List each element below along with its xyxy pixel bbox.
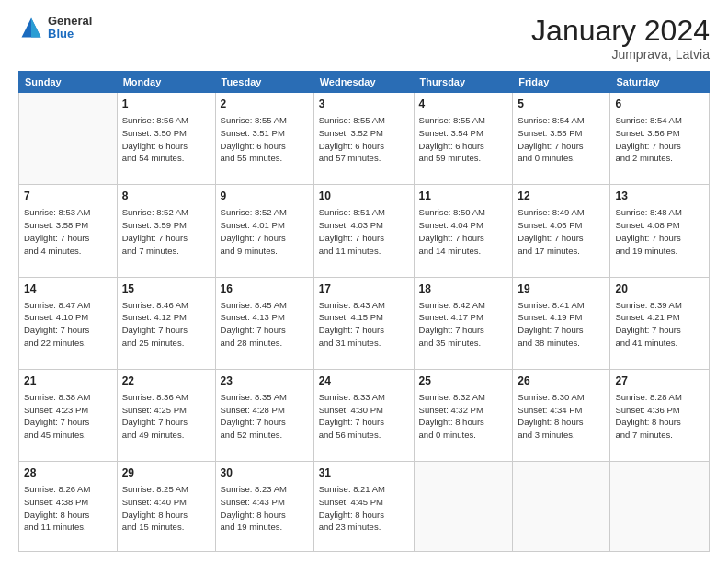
calendar-cell: 30Sunrise: 8:23 AMSunset: 4:43 PMDayligh… <box>215 462 313 552</box>
day-number: 23 <box>221 373 309 389</box>
day-info: Sunrise: 8:55 AMSunset: 3:51 PMDaylight:… <box>221 114 309 165</box>
day-info: Sunrise: 8:41 AMSunset: 4:19 PMDaylight:… <box>518 299 605 350</box>
calendar-cell: 4Sunrise: 8:55 AMSunset: 3:54 PMDaylight… <box>414 93 513 185</box>
day-info: Sunrise: 8:25 AMSunset: 4:40 PMDaylight:… <box>122 483 210 534</box>
day-number: 2 <box>221 97 309 112</box>
weekday-header-monday: Monday <box>117 72 215 93</box>
calendar-cell: 9Sunrise: 8:52 AMSunset: 4:01 PMDaylight… <box>215 185 313 277</box>
calendar-cell: 27Sunrise: 8:28 AMSunset: 4:36 PMDayligh… <box>610 369 710 461</box>
day-number: 24 <box>319 373 409 389</box>
calendar-cell: 11Sunrise: 8:50 AMSunset: 4:04 PMDayligh… <box>414 185 513 277</box>
day-info: Sunrise: 8:42 AMSunset: 4:17 PMDaylight:… <box>419 299 508 350</box>
calendar-cell: 28Sunrise: 8:26 AMSunset: 4:38 PMDayligh… <box>19 462 118 552</box>
calendar-cell: 24Sunrise: 8:33 AMSunset: 4:30 PMDayligh… <box>313 369 414 461</box>
calendar-cell: 23Sunrise: 8:35 AMSunset: 4:28 PMDayligh… <box>215 369 313 461</box>
calendar-cell: 8Sunrise: 8:52 AMSunset: 3:59 PMDaylight… <box>117 185 215 277</box>
weekday-header-friday: Friday <box>513 72 610 93</box>
day-info: Sunrise: 8:55 AMSunset: 3:54 PMDaylight:… <box>419 114 508 165</box>
calendar-cell: 22Sunrise: 8:36 AMSunset: 4:25 PMDayligh… <box>117 369 215 461</box>
day-info: Sunrise: 8:28 AMSunset: 4:36 PMDaylight:… <box>615 391 704 442</box>
calendar-cell: 1Sunrise: 8:56 AMSunset: 3:50 PMDaylight… <box>117 93 215 185</box>
day-info: Sunrise: 8:52 AMSunset: 4:01 PMDaylight:… <box>221 206 309 257</box>
day-info: Sunrise: 8:23 AMSunset: 4:43 PMDaylight:… <box>221 483 309 534</box>
day-number: 30 <box>221 465 309 481</box>
day-number: 16 <box>221 282 309 297</box>
day-number: 3 <box>319 97 409 112</box>
day-info: Sunrise: 8:33 AMSunset: 4:30 PMDaylight:… <box>319 391 409 442</box>
day-info: Sunrise: 8:54 AMSunset: 3:55 PMDaylight:… <box>518 114 605 165</box>
day-info: Sunrise: 8:49 AMSunset: 4:06 PMDaylight:… <box>518 206 605 257</box>
day-info: Sunrise: 8:46 AMSunset: 4:12 PMDaylight:… <box>122 299 210 350</box>
day-number: 8 <box>122 189 210 204</box>
day-number: 31 <box>319 465 409 481</box>
day-number: 22 <box>122 373 210 389</box>
calendar-cell: 29Sunrise: 8:25 AMSunset: 4:40 PMDayligh… <box>117 462 215 552</box>
day-info: Sunrise: 8:35 AMSunset: 4:28 PMDaylight:… <box>221 391 309 442</box>
logo-general-text: General <box>48 15 92 28</box>
month-title: January 2024 <box>531 15 710 47</box>
day-number: 17 <box>319 282 409 297</box>
logo-blue-text: Blue <box>48 28 92 40</box>
day-info: Sunrise: 8:47 AMSunset: 4:10 PMDaylight:… <box>24 299 112 350</box>
day-number: 26 <box>518 373 605 389</box>
day-number: 6 <box>615 97 704 112</box>
day-info: Sunrise: 8:43 AMSunset: 4:15 PMDaylight:… <box>319 299 409 350</box>
day-number: 11 <box>419 189 508 204</box>
logo-icon <box>18 15 44 40</box>
day-number: 9 <box>221 189 309 204</box>
day-number: 7 <box>24 189 112 204</box>
calendar-cell: 26Sunrise: 8:30 AMSunset: 4:34 PMDayligh… <box>513 369 610 461</box>
calendar-cell: 31Sunrise: 8:21 AMSunset: 4:45 PMDayligh… <box>313 462 414 552</box>
day-info: Sunrise: 8:26 AMSunset: 4:38 PMDaylight:… <box>24 483 112 534</box>
day-info: Sunrise: 8:56 AMSunset: 3:50 PMDaylight:… <box>122 114 210 165</box>
calendar-cell: 14Sunrise: 8:47 AMSunset: 4:10 PMDayligh… <box>19 277 118 369</box>
calendar-week-1: 1Sunrise: 8:56 AMSunset: 3:50 PMDaylight… <box>19 93 710 185</box>
calendar-cell <box>414 462 513 552</box>
calendar-cell: 10Sunrise: 8:51 AMSunset: 4:03 PMDayligh… <box>313 185 414 277</box>
weekday-header-tuesday: Tuesday <box>215 72 313 93</box>
calendar-cell: 25Sunrise: 8:32 AMSunset: 4:32 PMDayligh… <box>414 369 513 461</box>
calendar-cell: 18Sunrise: 8:42 AMSunset: 4:17 PMDayligh… <box>414 277 513 369</box>
calendar-cell: 2Sunrise: 8:55 AMSunset: 3:51 PMDaylight… <box>215 93 313 185</box>
calendar-table: SundayMondayTuesdayWednesdayThursdayFrid… <box>18 71 710 552</box>
day-number: 4 <box>419 97 508 112</box>
day-number: 28 <box>24 465 112 481</box>
calendar-week-3: 14Sunrise: 8:47 AMSunset: 4:10 PMDayligh… <box>19 277 710 369</box>
day-info: Sunrise: 8:52 AMSunset: 3:59 PMDaylight:… <box>122 206 210 257</box>
day-info: Sunrise: 8:51 AMSunset: 4:03 PMDaylight:… <box>319 206 409 257</box>
day-info: Sunrise: 8:54 AMSunset: 3:56 PMDaylight:… <box>615 114 704 165</box>
calendar-header-row: SundayMondayTuesdayWednesdayThursdayFrid… <box>19 72 710 93</box>
weekday-header-wednesday: Wednesday <box>313 72 414 93</box>
day-info: Sunrise: 8:30 AMSunset: 4:34 PMDaylight:… <box>518 391 605 442</box>
day-number: 29 <box>122 465 210 481</box>
svg-marker-1 <box>31 18 41 38</box>
day-info: Sunrise: 8:39 AMSunset: 4:21 PMDaylight:… <box>615 299 704 350</box>
calendar-cell <box>19 93 118 185</box>
calendar-cell: 6Sunrise: 8:54 AMSunset: 3:56 PMDaylight… <box>610 93 710 185</box>
day-info: Sunrise: 8:45 AMSunset: 4:13 PMDaylight:… <box>221 299 309 350</box>
day-number: 21 <box>24 373 112 389</box>
day-info: Sunrise: 8:55 AMSunset: 3:52 PMDaylight:… <box>319 114 409 165</box>
day-number: 15 <box>122 282 210 297</box>
weekday-header-saturday: Saturday <box>610 72 710 93</box>
calendar-cell: 5Sunrise: 8:54 AMSunset: 3:55 PMDaylight… <box>513 93 610 185</box>
title-block: January 2024 Jumprava, Latvia <box>531 15 710 62</box>
day-info: Sunrise: 8:38 AMSunset: 4:23 PMDaylight:… <box>24 391 112 442</box>
day-number: 27 <box>615 373 704 389</box>
calendar-cell: 7Sunrise: 8:53 AMSunset: 3:58 PMDaylight… <box>19 185 118 277</box>
day-number: 19 <box>518 282 605 297</box>
day-number: 12 <box>518 189 605 204</box>
day-info: Sunrise: 8:21 AMSunset: 4:45 PMDaylight:… <box>319 483 409 534</box>
day-info: Sunrise: 8:48 AMSunset: 4:08 PMDaylight:… <box>615 206 704 257</box>
calendar-cell <box>610 462 710 552</box>
day-number: 14 <box>24 282 112 297</box>
weekday-header-sunday: Sunday <box>19 72 118 93</box>
calendar-cell: 13Sunrise: 8:48 AMSunset: 4:08 PMDayligh… <box>610 185 710 277</box>
calendar-cell: 12Sunrise: 8:49 AMSunset: 4:06 PMDayligh… <box>513 185 610 277</box>
logo-text: General Blue <box>48 15 92 41</box>
calendar-cell: 16Sunrise: 8:45 AMSunset: 4:13 PMDayligh… <box>215 277 313 369</box>
day-number: 10 <box>319 189 409 204</box>
day-number: 25 <box>419 373 508 389</box>
calendar-cell: 15Sunrise: 8:46 AMSunset: 4:12 PMDayligh… <box>117 277 215 369</box>
location-subtitle: Jumprava, Latvia <box>531 47 710 62</box>
